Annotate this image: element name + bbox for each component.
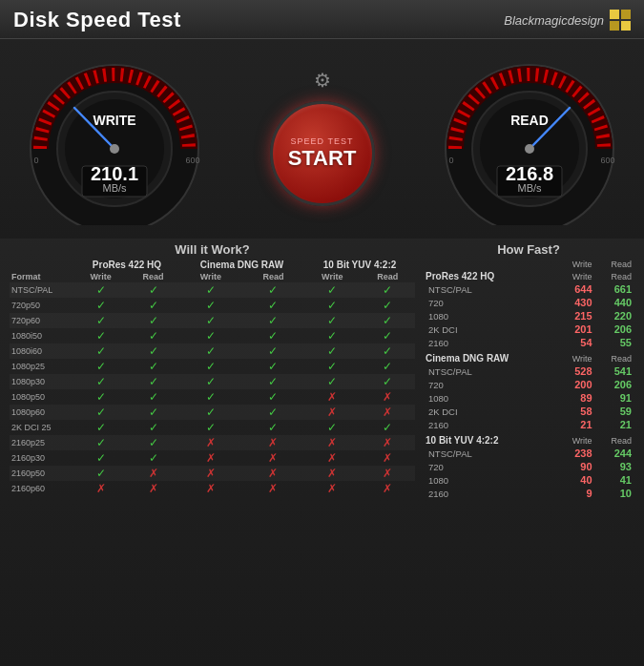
- section-label: Cinema DNG RAW: [423, 352, 556, 364]
- sub-label: 720: [423, 296, 556, 309]
- write-col-header: Write: [556, 259, 594, 270]
- check-cell: ✓: [242, 343, 304, 359]
- gear-icon[interactable]: ⚙: [314, 69, 331, 92]
- check-cell: ✓: [127, 405, 179, 420]
- speed-test-label: SPEED TEST: [291, 136, 354, 146]
- cross-cell: ✗: [179, 435, 242, 450]
- check-cell: ✓: [74, 374, 127, 389]
- check-cell: ✓: [74, 298, 127, 313]
- format-cell: 720p50: [10, 298, 74, 313]
- cdng-header: Cinema DNG RAW: [179, 259, 304, 271]
- write-value: 89: [556, 391, 594, 405]
- section-header-row: ProRes 422 HQWriteRead: [423, 270, 634, 282]
- read-value: 661: [595, 282, 634, 296]
- read-col-header: Read: [595, 259, 634, 270]
- check-cell: ✓: [304, 374, 360, 389]
- check-cell: ✓: [304, 328, 360, 343]
- sub-label: 1080: [423, 473, 556, 487]
- check-cell: ✓: [179, 313, 242, 328]
- prores-write-header: Write: [74, 271, 127, 282]
- check-cell: ✓: [74, 328, 127, 343]
- cross-cell: ✗: [179, 466, 242, 481]
- yuv-header: 10 Bit YUV 4:2:2: [304, 259, 415, 271]
- check-cell: ✓: [127, 389, 179, 405]
- write-value: 201: [556, 323, 594, 336]
- check-cell: ✓: [74, 420, 127, 435]
- table-row: 1080i60 ✓ ✓ ✓ ✓ ✓ ✓: [10, 343, 415, 359]
- how-fast-row: 1080 40 41: [423, 473, 634, 487]
- table-row: 2160p60 ✗ ✗ ✗ ✗ ✗ ✗: [10, 481, 415, 496]
- check-cell: ✓: [242, 298, 304, 313]
- format-cell: 1080p50: [10, 389, 74, 405]
- sq1: [610, 10, 619, 19]
- how-fast-row: 2160 21 21: [423, 418, 634, 431]
- svg-text:210.1: 210.1: [91, 163, 138, 184]
- sub-label: 2K DCI: [423, 323, 556, 336]
- format-sub-header: Format: [10, 271, 74, 282]
- sub-label: 2K DCI: [423, 405, 556, 418]
- read-gauge: 216.8 MB/s READ 0 600: [434, 49, 625, 225]
- cross-cell: ✗: [242, 481, 304, 496]
- check-cell: ✓: [179, 282, 242, 298]
- tables-section: Will it Work? ProRes 422 HQ Cinema DNG R…: [0, 239, 644, 500]
- read-gauge-svg: 216.8 MB/s READ 0 600: [434, 49, 625, 225]
- check-cell: ✓: [360, 374, 415, 389]
- sq4: [621, 21, 631, 31]
- check-cell: ✓: [74, 450, 127, 466]
- check-cell: ✓: [74, 313, 127, 328]
- write-value: 644: [556, 282, 594, 296]
- sub-label: 2160: [423, 336, 556, 349]
- format-cell: 1080i50: [10, 328, 74, 343]
- table-row: 1080p60 ✓ ✓ ✓ ✓ ✗ ✗: [10, 405, 415, 420]
- cross-cell: ✗: [242, 466, 304, 481]
- write-value: 40: [556, 473, 594, 487]
- svg-point-4: [110, 144, 119, 154]
- start-button[interactable]: SPEED TEST START: [270, 101, 375, 206]
- how-fast-row: 720 430 440: [423, 296, 634, 309]
- check-cell: ✓: [304, 313, 360, 328]
- svg-text:READ: READ: [510, 113, 549, 128]
- cross-cell: ✗: [360, 389, 415, 405]
- check-cell: ✓: [360, 420, 415, 435]
- check-cell: ✓: [242, 328, 304, 343]
- header: Disk Speed Test Blackmagicdesign: [0, 0, 644, 39]
- check-cell: ✓: [360, 328, 415, 343]
- check-cell: ✓: [242, 359, 304, 374]
- read-value: 541: [595, 364, 634, 378]
- will-it-work-title: Will it Work?: [10, 239, 415, 259]
- check-cell: ✓: [179, 298, 242, 313]
- read-value: 55: [595, 336, 634, 349]
- write-value: 200: [556, 378, 594, 391]
- format-cell: 2160p50: [10, 466, 74, 481]
- table-row: 1080i50 ✓ ✓ ✓ ✓ ✓ ✓: [10, 328, 415, 343]
- table-row: 720p50 ✓ ✓ ✓ ✓ ✓ ✓: [10, 298, 415, 313]
- cross-cell: ✗: [304, 435, 360, 450]
- check-cell: ✓: [127, 420, 179, 435]
- sub-label: NTSC/PAL: [423, 364, 556, 378]
- sub-label: 1080: [423, 309, 556, 323]
- section-label: ProRes 422 HQ: [423, 270, 556, 282]
- cross-cell: ✗: [304, 481, 360, 496]
- cross-cell: ✗: [127, 466, 179, 481]
- sub-label: 720: [423, 460, 556, 473]
- section-read-header: Read: [595, 434, 634, 447]
- check-cell: ✓: [74, 282, 127, 298]
- how-fast-row: 1080 89 91: [423, 391, 634, 405]
- gauges-section: 210.1 MB/s WRITE 0 600 ⚙ SPEED TEST STAR…: [0, 39, 644, 239]
- format-cell: 2160p30: [10, 450, 74, 466]
- table-row: 1080p50 ✓ ✓ ✓ ✓ ✗ ✗: [10, 389, 415, 405]
- cross-cell: ✗: [127, 481, 179, 496]
- svg-text:WRITE: WRITE: [93, 113, 135, 128]
- yuv-write-header: Write: [304, 271, 360, 282]
- section-header-row: Cinema DNG RAWWriteRead: [423, 352, 634, 364]
- check-cell: ✓: [74, 359, 127, 374]
- check-cell: ✓: [304, 420, 360, 435]
- write-value: 58: [556, 405, 594, 418]
- cross-cell: ✗: [304, 405, 360, 420]
- table-row: 1080p25 ✓ ✓ ✓ ✓ ✓ ✓: [10, 359, 415, 374]
- cross-cell: ✗: [360, 405, 415, 420]
- table-row: 2K DCI 25 ✓ ✓ ✓ ✓ ✓ ✓: [10, 420, 415, 435]
- cross-cell: ✗: [179, 481, 242, 496]
- start-label: START: [288, 146, 357, 171]
- how-fast-row: 720 90 93: [423, 460, 634, 473]
